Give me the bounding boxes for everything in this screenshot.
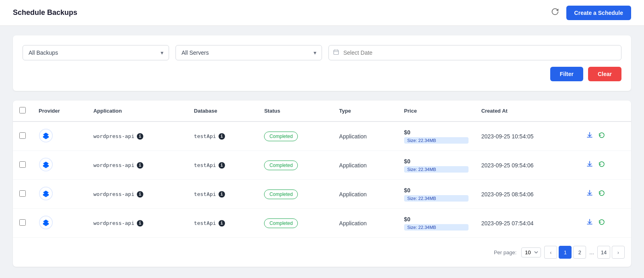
filter-button[interactable]: Filter (550, 67, 583, 81)
db-info-icon[interactable]: i (219, 133, 225, 140)
create-schedule-button[interactable]: Create a Schedule (566, 6, 631, 20)
filter-row: All Backups Manual Scheduled All Servers (23, 45, 621, 60)
filter-card: All Backups Manual Scheduled All Servers (13, 35, 631, 91)
restore-icon[interactable] (598, 218, 605, 228)
price-size: Size: 22.34MB (404, 224, 469, 231)
dropbox-logo (39, 186, 53, 201)
row-checkbox-3[interactable] (19, 219, 26, 226)
price-amount: $0 (404, 216, 469, 222)
table-card: Provider Application Database Status Typ… (13, 101, 631, 267)
header-checkbox-col (13, 101, 32, 121)
row-checkbox-2[interactable] (19, 190, 26, 197)
row-type: Application (333, 180, 398, 209)
col-status: Status (258, 101, 332, 121)
calendar-icon (333, 49, 339, 56)
db-info-icon[interactable]: i (219, 220, 225, 227)
backup-filter-select[interactable]: All Backups Manual Scheduled (23, 45, 169, 60)
prev-page-button[interactable]: ‹ (544, 246, 557, 259)
row-created-at: 2023-09-25 10:54:05 (475, 121, 580, 151)
app-info-icon[interactable]: i (137, 191, 143, 198)
date-filter-wrapper (328, 45, 621, 60)
row-actions (580, 209, 631, 238)
row-database: testApi i (188, 151, 258, 180)
row-created-at: 2023-09-25 09:54:06 (475, 151, 580, 180)
per-page-label: Per page: (494, 249, 516, 255)
row-price: $0 Size: 22.34MB (398, 121, 475, 151)
row-database: testApi i (188, 209, 258, 238)
col-provider: Provider (32, 101, 87, 121)
table-row: wordpress-api i testApi i Completed Appl… (13, 121, 631, 151)
row-price: $0 Size: 22.34MB (398, 209, 475, 238)
row-application: wordpress-api i (87, 209, 188, 238)
col-actions (580, 101, 631, 121)
page-14-button[interactable]: 14 (597, 246, 610, 259)
page-2-button[interactable]: 2 (573, 246, 586, 259)
clear-button[interactable]: Clear (588, 67, 621, 81)
db-info-icon[interactable]: i (219, 162, 225, 169)
page-nav: ‹ 1 2 ... 14 › (544, 246, 625, 259)
row-provider (32, 209, 87, 238)
row-status: Completed (258, 209, 332, 238)
row-application: wordpress-api i (87, 180, 188, 209)
row-status: Completed (258, 121, 332, 151)
table-row: wordpress-api i testApi i Completed Appl… (13, 180, 631, 209)
row-application: wordpress-api i (87, 121, 188, 151)
row-type: Application (333, 151, 398, 180)
row-checkbox-cell (13, 151, 32, 180)
row-type: Application (333, 121, 398, 151)
col-database: Database (188, 101, 258, 121)
row-checkbox-cell (13, 180, 32, 209)
row-price: $0 Size: 22.34MB (398, 151, 475, 180)
restore-icon[interactable] (598, 161, 605, 170)
pagination: Per page: 10 20 50 ‹ 1 2 ... 14 › (13, 237, 631, 267)
db-info-icon[interactable]: i (219, 191, 225, 198)
status-badge: Completed (264, 189, 298, 199)
row-status: Completed (258, 151, 332, 180)
table-row: wordpress-api i testApi i Completed Appl… (13, 209, 631, 238)
app-info-icon[interactable]: i (137, 162, 143, 169)
per-page-select[interactable]: 10 20 50 (521, 247, 541, 257)
app-name-text: wordpress-api (93, 191, 134, 197)
col-created-at: Created At (475, 101, 580, 121)
price-size: Size: 22.34MB (404, 195, 469, 202)
filter-actions: Filter Clear (23, 67, 621, 81)
page-title: Schedule Backups (13, 8, 77, 17)
col-price: Price (398, 101, 475, 121)
next-page-button[interactable]: › (612, 246, 625, 259)
main-content: All Backups Manual Scheduled All Servers (0, 26, 644, 276)
backup-filter-wrapper: All Backups Manual Scheduled (23, 45, 169, 60)
row-checkbox-1[interactable] (19, 161, 26, 168)
status-badge: Completed (264, 161, 298, 170)
dropbox-logo (39, 157, 53, 172)
download-icon[interactable] (586, 218, 593, 228)
row-checkbox-cell (13, 209, 32, 238)
backups-table: Provider Application Database Status Typ… (13, 101, 631, 237)
row-actions (580, 121, 631, 151)
row-price: $0 Size: 22.34MB (398, 180, 475, 209)
price-size: Size: 22.34MB (404, 137, 469, 144)
download-icon[interactable] (586, 132, 593, 141)
date-input[interactable] (328, 45, 621, 60)
db-name-text: testApi (194, 191, 216, 197)
price-amount: $0 (404, 129, 469, 136)
row-application: wordpress-api i (87, 151, 188, 180)
page-dots: ... (588, 249, 596, 255)
price-amount: $0 (404, 187, 469, 194)
page-1-button[interactable]: 1 (559, 246, 572, 259)
row-checkbox-0[interactable] (19, 132, 26, 139)
restore-icon[interactable] (598, 132, 605, 141)
row-actions (580, 180, 631, 209)
server-filter-wrapper: All Servers (175, 45, 322, 60)
select-all-checkbox[interactable] (19, 107, 26, 113)
row-database: testApi i (188, 121, 258, 151)
db-name-text: testApi (194, 133, 216, 139)
server-filter-select[interactable]: All Servers (175, 45, 322, 60)
download-icon[interactable] (586, 161, 593, 170)
app-info-icon[interactable]: i (137, 220, 143, 227)
row-database: testApi i (188, 180, 258, 209)
download-icon[interactable] (586, 189, 593, 199)
app-info-icon[interactable]: i (137, 133, 143, 140)
db-name-text: testApi (194, 162, 216, 168)
restore-icon[interactable] (598, 189, 605, 199)
refresh-button[interactable] (549, 5, 561, 20)
